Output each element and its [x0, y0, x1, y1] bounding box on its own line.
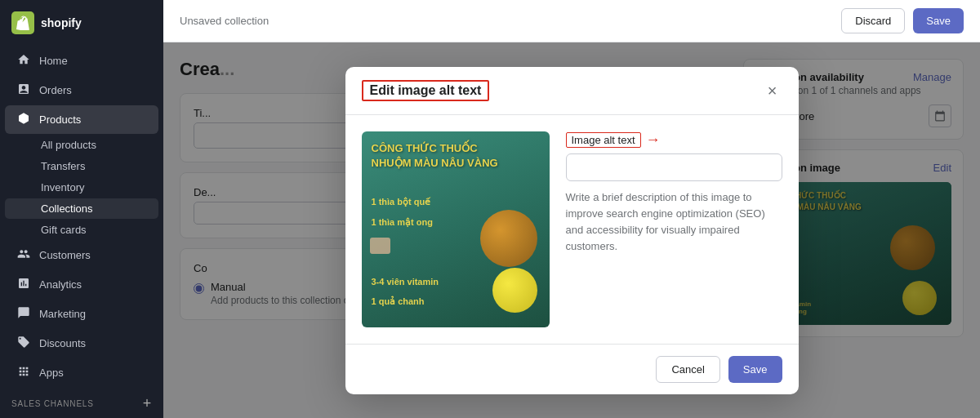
sidebar-item-label: Orders [39, 84, 72, 96]
modal-img-item4: 1 quả chanh [372, 296, 425, 307]
sidebar-sub-collections[interactable]: Collections [5, 198, 158, 219]
modal-img-lemon [492, 268, 537, 313]
sidebar-nav: Home Orders Products All products Transf… [0, 42, 163, 418]
modal-header: Edit image alt text × [345, 67, 799, 115]
topbar: Unsaved collection Discard Save [163, 0, 980, 42]
sidebar-sub-transfers[interactable]: Transfers [5, 156, 158, 176]
modal-img-brown-ball [480, 210, 537, 267]
sidebar-sub-all-products[interactable]: All products [5, 135, 158, 155]
sidebar-item-label: Analytics [39, 278, 82, 291]
sidebar-sub-gift-cards[interactable]: Gift cards [5, 220, 158, 240]
modal-overlay: Edit image alt text × CÔNG THỨC THUỐC NH… [163, 42, 980, 418]
sub-item-label: Collections [41, 202, 93, 215]
modal-save-button[interactable]: Save [728, 356, 782, 383]
sub-item-label: Gift cards [41, 224, 87, 236]
add-channel-button[interactable]: + [143, 396, 152, 411]
modal-img-item2: 1 thìa mật ong [372, 217, 433, 228]
orders-icon [16, 82, 31, 98]
products-icon [16, 112, 31, 127]
sidebar-item-label: Discounts [39, 337, 86, 349]
main-area: Unsaved collection Discard Save Crea... … [163, 0, 980, 418]
alt-text-label: Image alt text [566, 132, 641, 148]
sub-item-label: Inventory [41, 181, 84, 193]
modal-footer: Cancel Save [345, 344, 799, 394]
sidebar-item-online-store[interactable]: Online Store › [5, 415, 158, 418]
sidebar-item-label: Home [39, 55, 68, 67]
sub-item-label: All products [41, 139, 96, 151]
page-breadcrumb: Unsaved collection [180, 15, 269, 27]
sidebar-item-customers[interactable]: Customers [5, 241, 158, 269]
sidebar-sub-inventory[interactable]: Inventory [5, 177, 158, 198]
sidebar-item-home[interactable]: Home [5, 47, 158, 75]
modal-img-main-text: CÔNG THỨC THUỐC NHUỘM MÀU NÂU VÀNG [372, 141, 498, 171]
alt-text-input[interactable] [566, 153, 782, 181]
sub-item-label: Transfers [41, 160, 85, 172]
apps-icon [16, 365, 31, 380]
logo-text: shopify [41, 16, 82, 29]
alt-text-description: Write a brief description of this image … [566, 189, 782, 256]
analytics-icon [16, 277, 31, 292]
sidebar: shopify Home Orders Products All product… [0, 0, 163, 418]
modal-close-button[interactable]: × [763, 81, 782, 100]
sales-channels-label: SALES CHANNELS + [0, 388, 163, 414]
sidebar-item-orders[interactable]: Orders [5, 76, 158, 104]
modal-body: CÔNG THỨC THUỐC NHUỘM MÀU NÂU VÀNG 1 thì… [345, 115, 799, 344]
sidebar-item-marketing[interactable]: Marketing [5, 300, 158, 328]
sidebar-logo[interactable]: shopify [0, 0, 163, 42]
sidebar-item-products[interactable]: Products [5, 105, 158, 134]
sidebar-item-analytics[interactable]: Analytics [5, 270, 158, 299]
home-icon [16, 53, 31, 69]
sidebar-item-label: Apps [39, 367, 64, 379]
topbar-actions: Discard Save [841, 8, 964, 33]
cancel-button[interactable]: Cancel [656, 356, 719, 383]
sidebar-item-label: Products [39, 113, 81, 126]
sidebar-item-apps[interactable]: Apps [5, 358, 158, 387]
modal-img-item3: 3-4 viên vitamin [372, 277, 439, 287]
sidebar-item-label: Marketing [39, 308, 86, 320]
shopify-logo-icon [11, 11, 34, 34]
modal-image-container: CÔNG THỨC THUỐC NHUỘM MÀU NÂU VÀNG 1 thì… [362, 131, 550, 327]
modal-dialog: Edit image alt text × CÔNG THỨC THUỐC NH… [345, 67, 799, 394]
sidebar-item-discounts[interactable]: Discounts [5, 329, 158, 358]
sidebar-item-label: Customers [39, 249, 91, 261]
modal-title: Edit image alt text [362, 80, 490, 101]
modal-img-item1: 1 thìa bột quế [372, 197, 431, 207]
modal-form-side: Image alt text → Write a brief descripti… [566, 131, 782, 327]
page-body: Crea... Ti... De... Co Manual Ad [163, 42, 980, 418]
save-button[interactable]: Save [913, 8, 964, 33]
discard-button[interactable]: Discard [841, 8, 905, 33]
arrow-indicator: → [646, 131, 661, 149]
customers-icon [16, 247, 31, 263]
marketing-icon [16, 306, 31, 322]
discounts-icon [16, 336, 31, 351]
